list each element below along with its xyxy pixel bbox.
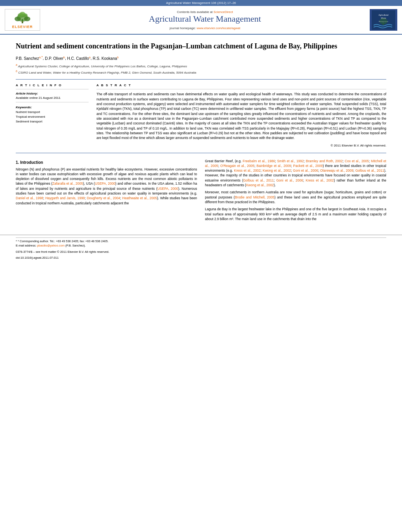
ref-packett[interactable]: Packett et al., 2009 xyxy=(293,164,323,168)
ref-heathwaite[interactable]: Heathwaite et al., 2005 xyxy=(122,196,157,200)
ref-bramley[interactable]: Bramley and Roth, 2002 xyxy=(306,159,343,163)
email-attribution: (P.B. Sanchez). xyxy=(65,244,86,247)
svg-text:Agricultural: Agricultural xyxy=(378,14,388,16)
affil-b-text: CSIRO Land and Water, Water for a Health… xyxy=(18,70,196,74)
ref-usepa2[interactable]: USEPA, 2000 xyxy=(157,187,178,191)
email-label: E-mail address: xyxy=(16,244,36,247)
awm-logo-icon: Agricultural Water Management xyxy=(372,10,395,30)
ref-kwong1[interactable]: Kwong et al., 2002 xyxy=(263,169,291,172)
ref-bainbridge[interactable]: Bainbridge et al., 2009 xyxy=(257,164,291,168)
author-4: R.S. Kookanab xyxy=(93,56,119,61)
affiliation-b: b CSIRO Land and Water, Water for a Heal… xyxy=(16,69,386,75)
author-2: D.P. Oliverb xyxy=(45,56,65,61)
intro-right-col: Great Barrier Reef, (e.g. Freebalm et al… xyxy=(205,159,387,224)
ref-oreagain[interactable]: O'Reagain et al., 2005 xyxy=(220,164,254,168)
intro-section: 1. Introduction Nitrogen (N) and phospho… xyxy=(16,159,386,224)
affiliation-a: a Agricultural Systems Cluster, College … xyxy=(16,63,386,69)
corresponding-author-text: * Corresponding author. Tel.: +63 49 536… xyxy=(18,239,108,243)
authors-line: P.B. Sancheza,*, D.P. Oliverb, H.C. Cast… xyxy=(16,55,386,60)
elsevier-wordmark: ELSEVIER xyxy=(12,25,33,29)
svg-point-6 xyxy=(20,12,25,16)
homepage-url[interactable]: www.elsevier.com/locate/agwat xyxy=(196,26,240,30)
homepage-line: journal homepage: www.elsevier.com/locat… xyxy=(44,26,366,30)
copyright-text: © 2011 Elsevier B.V. All rights reserved… xyxy=(96,144,386,147)
ref-golbuu2[interactable]: Golbuu et al., 2011 xyxy=(243,178,274,182)
section-divider xyxy=(16,153,386,153)
info-abstract-section: A R T I C L E I N F O Article history: A… xyxy=(16,79,386,147)
journal-header: ELSEVIER Contents lists available at Sci… xyxy=(0,6,402,35)
author-2-sup: b xyxy=(63,56,65,58)
ref-zafaralla[interactable]: Zafaralla et al., 2005 xyxy=(52,182,83,185)
svg-rect-13 xyxy=(383,23,384,25)
ref-goni2[interactable]: Goni et al., 2006 xyxy=(276,178,303,182)
ref-kwong2[interactable]: Kwong et al., 2002 xyxy=(246,183,274,187)
journal-title: Agricultural Water Management xyxy=(44,14,366,24)
homepage-prefix: journal homepage: xyxy=(170,26,196,30)
abstract-col: A B S T R A C T The off-site transport o… xyxy=(96,83,386,147)
affiliations-block: a Agricultural Systems Cluster, College … xyxy=(16,63,386,75)
intro-left-col: 1. Introduction Nitrogen (N) and phospho… xyxy=(16,159,197,224)
main-content: Nutrient and sediment concentrations in … xyxy=(0,35,402,231)
keyword-2: Tropical environment xyxy=(16,115,89,119)
keyword-3: Sediment transport xyxy=(16,119,89,124)
journal-citation-bar: Agricultural Water Management 106 (2012)… xyxy=(0,0,402,6)
intro-para-4: Laguna de Bay is the largest freshwater … xyxy=(205,207,387,221)
article-title: Nutrient and sediment concentrations in … xyxy=(16,42,386,51)
ref-usepa1[interactable]: USEPA, 2000 xyxy=(95,182,115,185)
svg-point-7 xyxy=(22,21,23,23)
affil-a-sup: a xyxy=(16,63,17,66)
affil-b-sup: b xyxy=(16,70,17,72)
available-online-value: Available online 21 August 2011 xyxy=(16,96,89,100)
article-info-col: A R T I C L E I N F O Article history: A… xyxy=(16,83,89,147)
author-email[interactable]: pbasilio@yahoo.com xyxy=(37,244,65,247)
ref-kress2[interactable]: Kress et al., 2002 xyxy=(306,178,334,182)
intro-title: 1. Introduction xyxy=(16,160,197,165)
ref-kress1[interactable]: Kress et al., 2002 xyxy=(234,169,261,172)
abstract-heading: A B S T R A C T xyxy=(96,83,386,87)
elsevier-tree-icon xyxy=(10,11,35,24)
sciencedirect-link[interactable]: ScienceDirect xyxy=(213,10,233,14)
awm-logo-block: Agricultural Water Management xyxy=(370,9,397,31)
author-3: H.C. Castilloa xyxy=(67,56,91,61)
history-label: Article history: xyxy=(16,92,89,95)
journal-title-block: Contents lists available at ScienceDirec… xyxy=(44,10,366,30)
intro-para-1: Nitrogen (N) and phosphorus (P) are esse… xyxy=(16,167,197,206)
ref-daniel[interactable]: Daniel et al., 1998 xyxy=(16,196,43,200)
contents-available-text: Contents lists available at ScienceDirec… xyxy=(177,10,233,14)
author-3-sup: a xyxy=(89,56,91,58)
email-footnote: E-mail address: pbasilio@yahoo.com (P.B.… xyxy=(16,244,386,248)
contents-prefix: Contents lists available at xyxy=(177,10,213,14)
ref-smith[interactable]: Smith et al., 1992 xyxy=(277,159,304,163)
intro-para-2: Great Barrier Reef, (e.g. Freebalm et al… xyxy=(205,159,387,188)
author-4-sup: b xyxy=(117,56,119,58)
author-1: P.B. Sancheza,* xyxy=(16,56,43,61)
intro-number: 1. xyxy=(16,160,19,165)
doi-line: doi:10.1016/j.agwat.2011.07.011 xyxy=(16,256,386,260)
issn-text: 0378-3774/$ – see front matter © 2011 El… xyxy=(16,250,109,254)
article-footer: * * Corresponding author. Tel.: +63 49 5… xyxy=(0,235,402,263)
footer-top-rule xyxy=(16,237,386,238)
ref-golbuu1[interactable]: Golbuu et al., 2011 xyxy=(355,169,384,172)
keywords-label: Keywords: xyxy=(16,106,89,109)
page: Agricultural Water Management 106 (2012)… xyxy=(0,0,402,532)
corresponding-author-note: * * Corresponding author. Tel.: +63 49 5… xyxy=(16,239,386,244)
ref-brodie[interactable]: Brodie and Mitchell, 2005 xyxy=(235,195,274,199)
affil-a-text: Agricultural Systems Cluster, College of… xyxy=(18,64,187,68)
author-1-star: * xyxy=(41,55,43,59)
abstract-text: The off-site transport of nutrients and … xyxy=(96,92,386,140)
intro-heading: Introduction xyxy=(20,160,43,165)
elsevier-logo-block: ELSEVIER xyxy=(5,9,40,31)
keyword-1: Nutrient transport xyxy=(16,110,89,115)
ref-haygarth[interactable]: Haygarth and Jarvis, 1999 xyxy=(45,196,85,200)
ref-freebalm[interactable]: Freebalm et al., 1986 xyxy=(243,159,275,163)
issn-line: 0378-3774/$ – see front matter © 2011 El… xyxy=(16,250,386,254)
article-info-heading: A R T I C L E I N F O xyxy=(16,83,89,87)
info-divider xyxy=(16,89,89,89)
doi-text: doi:10.1016/j.agwat.2011.07.011 xyxy=(16,256,59,260)
ref-dougherty[interactable]: Dougherty et al., 2004 xyxy=(87,196,120,200)
keywords-divider xyxy=(16,102,89,102)
ref-cox[interactable]: Cox et al., 2005 xyxy=(345,159,369,163)
intro-para-3: Moreover, most catchments in northern Au… xyxy=(205,190,387,204)
ref-goni1[interactable]: Goni et al., 2006 xyxy=(293,169,318,172)
ref-olarewaju[interactable]: Olarewaju et al., 2009 xyxy=(320,169,353,172)
